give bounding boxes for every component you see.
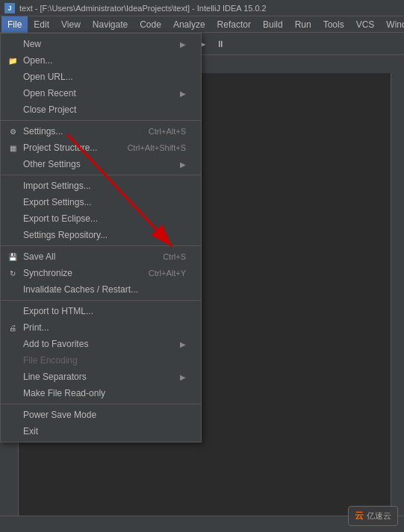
menu-file[interactable]: File — [1, 16, 28, 33]
right-panel — [391, 73, 404, 532]
export-eclipse-label: Export to Eclipse... — [23, 213, 98, 224]
menu-analyze[interactable]: Analyze — [167, 16, 211, 33]
export-settings-label: Export Settings... — [23, 197, 91, 207]
title-bar: J text - [F:\Users\Administrator\IdeaPro… — [0, 0, 404, 16]
separator-3 — [1, 245, 201, 246]
menu-refactor[interactable]: Refactor — [211, 16, 257, 33]
menu-item-settings[interactable]: ⚙ Settings... Ctrl+Alt+S — [1, 123, 201, 140]
other-settings-label: Other Settings — [23, 159, 81, 169]
menu-item-import-settings[interactable]: Import Settings... — [1, 178, 201, 194]
menu-navigate[interactable]: Navigate — [87, 16, 134, 33]
menu-item-power-save[interactable]: Power Save Mode — [1, 407, 201, 423]
separator-4 — [1, 300, 201, 301]
menu-edit[interactable]: Edit — [28, 16, 55, 33]
menu-item-print[interactable]: 🖨 Print... — [1, 319, 201, 336]
menu-window[interactable]: Window — [380, 16, 404, 33]
save-all-shortcut: Ctrl+S — [163, 252, 186, 261]
menu-item-export-html[interactable]: Export to HTML... — [1, 303, 201, 319]
open-label: Open... — [23, 55, 52, 66]
menu-item-line-separators[interactable]: Line Separators ▶ — [1, 369, 201, 385]
menu-item-invalidate-caches[interactable]: Invalidate Caches / Restart... — [1, 281, 201, 298]
menu-bar: File Edit View Navigate Code Analyze Ref… — [0, 16, 404, 33]
new-arrow: ▶ — [180, 40, 186, 48]
import-settings-label: Import Settings... — [23, 181, 91, 191]
watermark-logo: 云 — [355, 510, 364, 522]
title-bar-text: text - [F:\Users\Administrator\IdeaProje… — [19, 4, 267, 13]
bottom-bar — [0, 516, 404, 532]
menu-item-make-readonly[interactable]: Make File Read-only — [1, 385, 201, 401]
line-separators-arrow: ▶ — [180, 373, 186, 381]
project-structure-label: Project Structure... — [23, 143, 97, 153]
save-all-icon: 💾 — [7, 251, 19, 263]
watermark: 云 亿速云 — [348, 506, 398, 526]
print-label: Print... — [23, 322, 49, 333]
file-dropdown-menu: New ▶ 📁 Open... Open URL... Open Recent … — [0, 33, 202, 442]
menu-item-close-project[interactable]: Close Project — [1, 101, 201, 118]
menu-item-exit[interactable]: Exit — [1, 423, 201, 439]
menu-item-export-eclipse[interactable]: Export to Eclipse... — [1, 210, 201, 227]
synchronize-shortcut: Ctrl+Alt+Y — [149, 269, 186, 278]
add-favorites-arrow: ▶ — [180, 340, 186, 348]
other-settings-arrow: ▶ — [180, 160, 186, 169]
menu-code[interactable]: Code — [134, 16, 167, 33]
add-favorites-label: Add to Favorites — [23, 339, 88, 349]
menu-item-export-settings[interactable]: Export Settings... — [1, 194, 201, 210]
file-encoding-label: File Encoding — [23, 355, 78, 366]
menu-item-open[interactable]: 📁 Open... — [1, 52, 201, 69]
menu-item-file-encoding[interactable]: File Encoding — [1, 352, 201, 369]
menu-vcs[interactable]: VCS — [350, 16, 381, 33]
settings-icon: ⚙ — [7, 125, 19, 137]
menu-item-open-url[interactable]: Open URL... — [1, 69, 201, 85]
menu-item-other-settings[interactable]: Other Settings ▶ — [1, 156, 201, 172]
app-icon: J — [4, 3, 15, 13]
menu-item-new[interactable]: New ▶ — [1, 36, 201, 52]
menu-item-settings-repo[interactable]: Settings Repository... — [1, 227, 201, 243]
dropdown-menu-container: New ▶ 📁 Open... Open URL... Open Recent … — [0, 33, 202, 442]
menu-item-synchronize[interactable]: ↻ Synchronize Ctrl+Alt+Y — [1, 265, 201, 281]
line-separators-label: Line Separators — [23, 372, 87, 382]
power-save-label: Power Save Mode — [23, 410, 96, 420]
project-structure-shortcut: Ctrl+Alt+Shift+S — [127, 143, 186, 152]
menu-item-add-favorites[interactable]: Add to Favorites ▶ — [1, 336, 201, 352]
synchronize-icon: ↻ — [7, 267, 19, 279]
invalidate-caches-label: Invalidate Caches / Restart... — [23, 284, 138, 295]
menu-view[interactable]: View — [55, 16, 87, 33]
menu-item-save-all[interactable]: 💾 Save All Ctrl+S — [1, 248, 201, 265]
menu-item-project-structure[interactable]: ▦ Project Structure... Ctrl+Alt+Shift+S — [1, 140, 201, 156]
close-project-label: Close Project — [23, 104, 76, 115]
open-url-label: Open URL... — [23, 72, 73, 82]
synchronize-label: Synchronize — [23, 268, 72, 278]
export-html-label: Export to HTML... — [23, 306, 93, 316]
print-icon: 🖨 — [7, 322, 19, 334]
project-structure-icon: ▦ — [7, 142, 19, 154]
make-readonly-label: Make File Read-only — [23, 388, 105, 398]
settings-repo-label: Settings Repository... — [23, 230, 108, 240]
open-recent-label: Open Recent — [23, 88, 76, 98]
menu-item-open-recent[interactable]: Open Recent ▶ — [1, 85, 201, 101]
settings-shortcut: Ctrl+Alt+S — [149, 127, 186, 136]
menu-tools[interactable]: Tools — [317, 16, 350, 33]
separator-5 — [1, 404, 201, 404]
settings-label: Settings... — [23, 126, 63, 137]
save-all-label: Save All — [23, 251, 55, 262]
toolbar-debug-btn[interactable]: ⏸ — [212, 36, 229, 52]
menu-build[interactable]: Build — [257, 16, 289, 33]
separator-1 — [1, 120, 201, 121]
open-recent-arrow: ▶ — [180, 90, 186, 98]
new-label: New — [23, 39, 41, 49]
open-icon: 📁 — [7, 54, 19, 66]
watermark-text: 亿速云 — [367, 510, 391, 522]
exit-label: Exit — [23, 426, 38, 436]
separator-2 — [1, 175, 201, 175]
menu-run[interactable]: Run — [289, 16, 317, 33]
